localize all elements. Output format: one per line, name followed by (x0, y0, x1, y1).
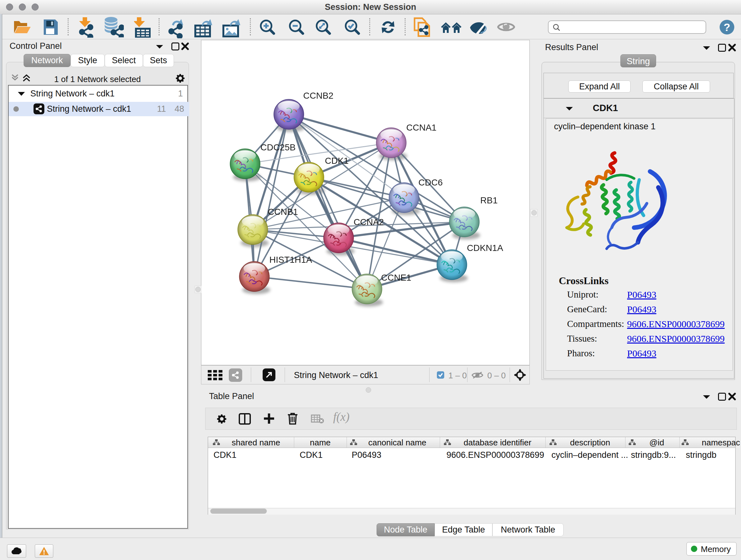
svg-text:CDKN1A: CDKN1A (467, 243, 503, 253)
svg-text:CDC25B: CDC25B (260, 142, 295, 152)
svg-text:CCNB2: CCNB2 (303, 91, 333, 101)
svg-text:CCNA2: CCNA2 (354, 217, 384, 227)
svg-text:RB1: RB1 (480, 195, 497, 205)
svg-text:CCNB1: CCNB1 (268, 207, 298, 217)
svg-text:CCNE1: CCNE1 (381, 273, 411, 283)
svg-text:CDK1: CDK1 (325, 156, 349, 166)
svg-text:CCNA1: CCNA1 (406, 123, 436, 132)
svg-text:CDC6: CDC6 (418, 178, 443, 187)
svg-text:HIST1H1A: HIST1H1A (269, 255, 312, 265)
